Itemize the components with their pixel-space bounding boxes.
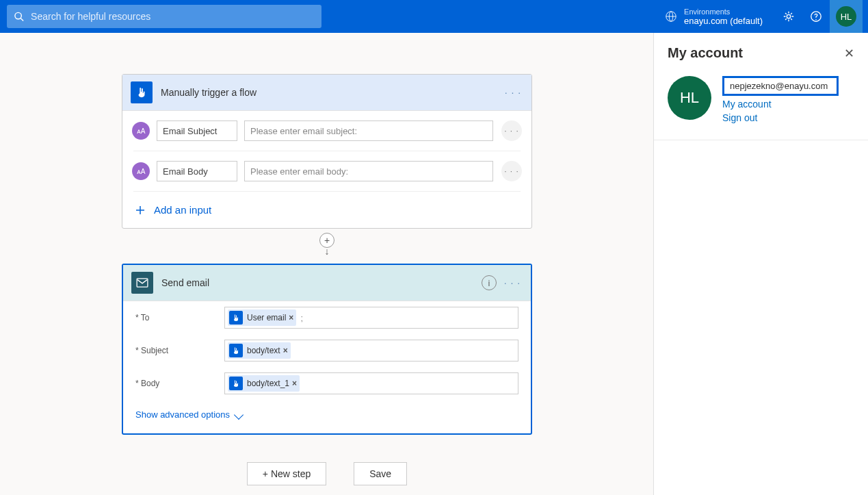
top-bar: Environments enayu.com (default) HL: [0, 0, 868, 33]
manual-trigger-token-icon: [232, 379, 240, 388]
mail-icon-box: [131, 272, 153, 294]
panel-title: My account: [668, 45, 743, 61]
search-icon: [14, 11, 24, 22]
trigger-card: Manually trigger a flow ‎ᴀA Email Subjec…: [122, 74, 532, 229]
input-row: ‎ᴀA Email Subject Please enter email sub…: [122, 111, 531, 151]
body-field[interactable]: body/text_1 ×: [224, 372, 518, 394]
input-value-field[interactable]: Please enter email subject:: [244, 120, 493, 141]
flow-connector: + ↓: [319, 229, 334, 264]
svg-rect-10: [137, 279, 148, 287]
environment-label: Environments: [684, 8, 763, 16]
save-button[interactable]: Save: [354, 462, 407, 485]
plus-icon: [135, 205, 146, 216]
sign-out-link[interactable]: Sign out: [722, 112, 839, 123]
field-row-to: * To User email × ;: [123, 301, 531, 334]
action-title: Send email: [161, 277, 482, 288]
action-info-button[interactable]: i: [482, 275, 497, 290]
field-label: * Body: [135, 379, 224, 388]
manual-trigger-token-icon: [232, 346, 240, 355]
trigger-menu-button[interactable]: [503, 82, 523, 103]
new-step-button[interactable]: + New step: [247, 462, 326, 485]
help-icon: [810, 10, 822, 23]
text-type-icon: ‎ᴀA: [132, 162, 150, 180]
search-box[interactable]: [7, 5, 321, 28]
settings-button[interactable]: [775, 0, 802, 33]
token-body-text[interactable]: body/text ×: [228, 342, 291, 359]
help-button[interactable]: [802, 0, 830, 33]
svg-point-5: [787, 14, 790, 18]
environment-picker[interactable]: Environments enayu.com (default): [665, 8, 763, 26]
show-advanced-options[interactable]: Show advanced options: [123, 400, 531, 433]
input-menu-button[interactable]: [501, 120, 522, 141]
to-field[interactable]: User email × ;: [224, 307, 518, 329]
input-menu-button[interactable]: [501, 161, 522, 181]
token-remove[interactable]: ×: [289, 313, 293, 322]
trigger-header[interactable]: Manually trigger a flow: [122, 75, 531, 111]
field-label: * Subject: [135, 346, 224, 355]
input-name-field[interactable]: Email Body: [157, 161, 237, 181]
field-row-subject: * Subject body/text ×: [123, 334, 531, 367]
account-email[interactable]: nepjezekno@enayu.com: [722, 76, 839, 96]
add-input-button[interactable]: Add an input: [122, 192, 531, 228]
gear-icon: [782, 10, 795, 23]
arrow-down-icon: ↓: [325, 246, 330, 257]
manual-trigger-icon: [131, 81, 153, 103]
environment-name: enayu.com (default): [684, 16, 763, 26]
input-value-field[interactable]: Please enter email body:: [244, 161, 493, 181]
action-header[interactable]: Send email i: [123, 265, 531, 301]
subject-field[interactable]: body/text ×: [224, 340, 518, 361]
profile-avatar: HL: [668, 76, 711, 120]
svg-point-7: [815, 19, 816, 20]
chevron-down-icon: [234, 409, 244, 419]
globe-icon: [665, 10, 677, 23]
search-input[interactable]: [31, 11, 315, 22]
action-menu-button[interactable]: [502, 272, 523, 293]
close-panel-button[interactable]: ✕: [844, 46, 854, 61]
svg-line-1: [21, 18, 23, 21]
account-panel: My account ✕ HL nepjezekno@enayu.com My …: [654, 33, 868, 495]
action-card: Send email i * To User email × ; * Subje…: [122, 264, 532, 435]
avatar: HL: [836, 6, 856, 27]
token-body-text-1[interactable]: body/text_1 ×: [228, 375, 300, 392]
input-row: ‎ᴀA Email Body Please enter email body:: [122, 151, 531, 191]
account-button[interactable]: HL: [830, 0, 863, 33]
svg-point-0: [15, 12, 21, 18]
field-row-body: * Body body/text_1 ×: [123, 367, 531, 400]
token-remove[interactable]: ×: [283, 346, 288, 355]
input-name-field[interactable]: Email Subject: [157, 120, 237, 141]
mail-icon: [136, 278, 148, 288]
field-label: * To: [135, 313, 224, 322]
trigger-title: Manually trigger a flow: [161, 87, 503, 98]
token-remove[interactable]: ×: [292, 379, 297, 388]
bottom-buttons: + New step Save: [247, 462, 407, 485]
token-user-email[interactable]: User email ×: [228, 309, 296, 326]
flow-canvas: Manually trigger a flow ‎ᴀA Email Subjec…: [0, 33, 654, 495]
manual-trigger-token-icon: [232, 314, 240, 322]
text-type-icon: ‎ᴀA: [132, 122, 150, 140]
my-account-link[interactable]: My account: [722, 99, 839, 110]
